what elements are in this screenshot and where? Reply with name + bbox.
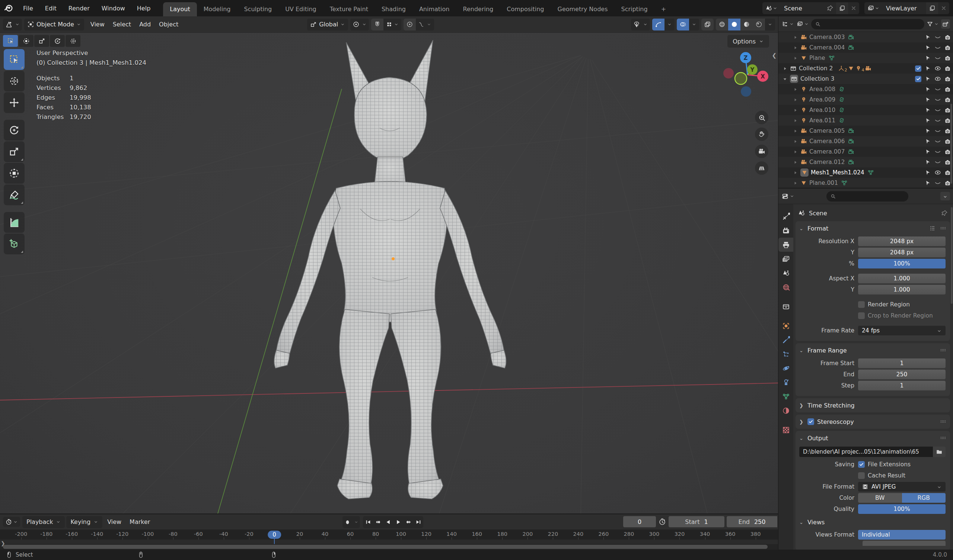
presets-icon[interactable] [929, 225, 936, 232]
ortho-toggle-button[interactable] [755, 161, 768, 175]
outliner-row[interactable]: Area.010 [778, 105, 953, 115]
expand-icon[interactable] [793, 35, 798, 40]
properties-tab-particles[interactable] [778, 347, 793, 361]
panel-checkbox[interactable] [807, 418, 814, 425]
outliner-row[interactable]: Area.008 [778, 84, 953, 94]
slider-Quality[interactable]: 100% [858, 504, 945, 514]
value-field[interactable]: 1.000 [858, 274, 945, 283]
render-visibility-icon[interactable] [944, 159, 951, 166]
snap-toggle[interactable] [371, 19, 383, 31]
value-field[interactable]: 1.000 [858, 285, 945, 294]
cursor-tool[interactable] [4, 71, 25, 91]
frame-end-field[interactable]: End250 [727, 516, 777, 527]
viewport-3d[interactable]: Object Mode ViewSelectAddObject Global [0, 16, 778, 514]
outliner-row[interactable]: Camera.006 [778, 136, 953, 147]
render-visibility-icon[interactable] [944, 107, 951, 113]
eye-closed-icon[interactable] [934, 149, 941, 155]
select-mode-4[interactable] [65, 35, 81, 47]
scene-name[interactable]: Scene [780, 5, 824, 12]
new-collection-button[interactable] [941, 19, 950, 29]
object-visibility-dropdown[interactable] [631, 19, 650, 31]
menu-window[interactable]: Window [96, 0, 131, 16]
tab-uv-editing[interactable]: UV Editing [278, 2, 323, 16]
segment-bw[interactable]: BW [858, 493, 902, 503]
expand-icon[interactable] [793, 45, 798, 51]
jump-to-start-button[interactable] [363, 516, 373, 528]
outliner-row[interactable]: Area.011 [778, 115, 953, 126]
viewlayer-browse-button[interactable] [865, 2, 882, 14]
transform-tool[interactable] [4, 163, 25, 184]
checkbox-render-region[interactable]: Render Region [858, 301, 945, 308]
zoom-view-button[interactable] [755, 111, 768, 124]
render-visibility-icon[interactable] [944, 149, 951, 155]
rotate-tool[interactable] [4, 120, 25, 141]
expand-icon[interactable] [793, 87, 798, 92]
eye-closed-icon[interactable] [934, 34, 941, 40]
eye-closed-icon[interactable] [934, 159, 941, 166]
properties-tab-object-data[interactable] [778, 389, 793, 404]
eye-open-icon[interactable] [934, 76, 941, 82]
jump-to-end-button[interactable] [413, 516, 423, 528]
properties-tab-output[interactable] [778, 238, 793, 252]
editor-type-button[interactable] [3, 19, 22, 31]
proportional-falloff-dropdown[interactable] [416, 19, 434, 31]
viewport-menu-add[interactable]: Add [135, 19, 155, 31]
xray-toggle[interactable] [702, 19, 714, 31]
render-visibility-icon[interactable] [944, 76, 951, 82]
expand-icon[interactable] [793, 149, 798, 155]
open-folder-button[interactable] [933, 447, 945, 457]
outliner-item-label[interactable]: Camera.005 [809, 128, 845, 134]
render-visibility-icon[interactable] [944, 65, 951, 72]
outliner-row[interactable]: Camera.012 [778, 157, 953, 167]
properties-tab-physics[interactable] [778, 361, 793, 375]
properties-tab-object[interactable] [778, 319, 793, 333]
properties-tab-constraints[interactable] [778, 375, 793, 389]
outliner-row[interactable]: Mesh1_Mesh1.024 [778, 167, 953, 178]
eye-closed-icon[interactable] [934, 107, 941, 113]
gizmo-dropdown[interactable] [664, 19, 675, 31]
annotate-tool[interactable] [4, 184, 25, 205]
timeline-expander-icon[interactable]: ❯ [1, 540, 5, 546]
viewport-menu-select[interactable]: Select [109, 19, 135, 31]
snap-target-dropdown[interactable] [383, 19, 401, 31]
timeline-ruler[interactable]: -200-180-160-140-120-100-80-60-40-202040… [0, 530, 778, 540]
properties-tab-view-layer[interactable] [778, 252, 793, 266]
menu-help[interactable]: Help [131, 0, 156, 16]
select-mode-2[interactable] [34, 35, 49, 47]
panel-header-output[interactable]: ⌄Output [796, 431, 950, 445]
properties-tab-texture[interactable] [778, 423, 793, 437]
preview-range-clock-icon[interactable] [658, 518, 666, 526]
render-visibility-icon[interactable] [944, 170, 951, 176]
value-field[interactable]: 2048 px [858, 237, 945, 246]
timeline-scrollbar[interactable] [0, 544, 778, 549]
jump-prev-keyframe-button[interactable] [373, 516, 383, 528]
shading-wireframe-button[interactable] [716, 19, 728, 31]
outliner-row[interactable]: Area.009 [778, 94, 953, 105]
properties-tab-tool[interactable] [778, 209, 793, 223]
tab-modeling[interactable]: Modeling [197, 2, 237, 16]
camera-view-button[interactable] [755, 145, 768, 158]
play-reverse-button[interactable] [383, 516, 393, 528]
dropdown-frame-rate[interactable]: 24 fps [858, 326, 945, 336]
proportional-edit-toggle[interactable] [404, 19, 416, 31]
expand-icon[interactable] [793, 56, 798, 61]
collection-checkbox[interactable] [915, 76, 921, 82]
outliner-row[interactable]: Collection 224 [778, 63, 953, 74]
jump-next-keyframe-button[interactable] [403, 516, 413, 528]
expand-icon[interactable] [782, 66, 788, 71]
render-visibility-icon[interactable] [944, 180, 951, 186]
properties-options-dropdown[interactable] [941, 192, 950, 200]
viewport-menu-object[interactable]: Object [155, 19, 182, 31]
outliner-row[interactable]: Camera.005 [778, 126, 953, 136]
show-gizmo-toggle[interactable] [652, 19, 664, 31]
tab-shading[interactable]: Shading [375, 2, 413, 16]
value-field[interactable]: 1 [858, 359, 945, 368]
expand-icon[interactable] [793, 118, 798, 124]
checkbox-crop-to-render-region[interactable]: Crop to Render Region [858, 312, 945, 319]
value-field[interactable]: 1 [858, 381, 945, 390]
eye-closed-icon[interactable] [934, 55, 941, 61]
checkbox-box[interactable] [858, 301, 865, 308]
outliner-item-label[interactable]: Area.009 [809, 96, 835, 103]
outliner-row[interactable]: Camera.007 [778, 147, 953, 157]
render-visibility-icon[interactable] [944, 97, 951, 103]
